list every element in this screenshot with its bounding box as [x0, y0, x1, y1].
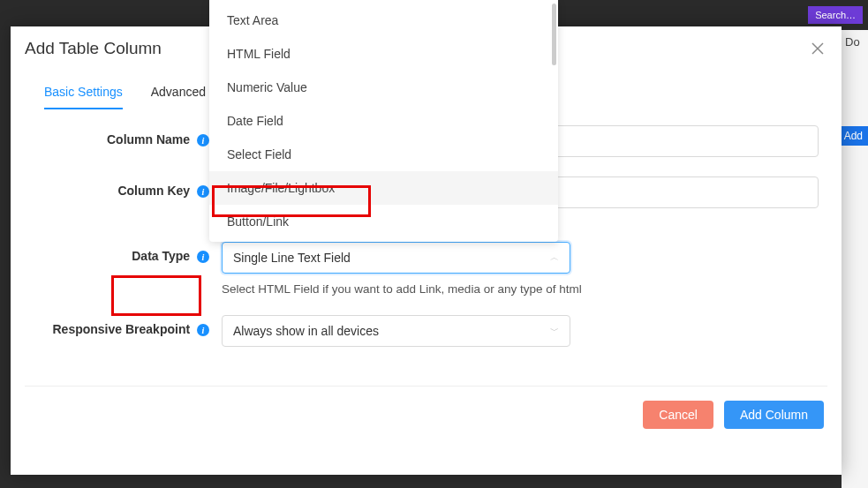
label-data-type: Data Type i — [11, 242, 209, 263]
dropdown-item-select-field[interactable]: Select Field — [209, 138, 558, 171]
row-responsive-breakpoint: Responsive Breakpoint i Always show in a… — [11, 315, 819, 347]
modal-title: Add Table Column — [25, 39, 162, 58]
cancel-button[interactable]: Cancel — [643, 401, 713, 429]
info-icon[interactable]: i — [197, 185, 209, 198]
label-column-key: Column Key i — [11, 176, 209, 198]
info-icon[interactable]: i — [197, 324, 209, 336]
background-docs-link[interactable]: Do — [842, 30, 868, 488]
data-type-helper: Select HTML Field if you want to add Lin… — [222, 282, 819, 296]
dropdown-item-image-file-lightbox[interactable]: Image/File/Lightbox — [209, 171, 558, 205]
row-data-type: Data Type i Single Line Text Field ︿ Sel… — [11, 242, 819, 296]
responsive-breakpoint-select[interactable]: Always show in all devices ﹀ — [222, 315, 570, 347]
background-add-button[interactable]: Add — [839, 126, 868, 146]
tab-basic-settings[interactable]: Basic Settings — [44, 85, 123, 109]
dropdown-item-html-field[interactable]: HTML Field — [209, 37, 558, 71]
dropdown-item-numeric-value[interactable]: Numeric Value — [209, 71, 558, 104]
responsive-selected-value: Always show in all devices — [233, 324, 379, 338]
info-icon[interactable]: i — [197, 134, 209, 146]
close-icon[interactable] — [811, 42, 824, 55]
data-type-selected-value: Single Line Text Field — [233, 251, 351, 265]
chevron-up-icon: ︿ — [550, 252, 559, 264]
topbar-search-button[interactable]: Search… — [808, 6, 863, 24]
dropdown-item-text-area[interactable]: Text Area — [209, 4, 558, 37]
info-icon[interactable]: i — [197, 251, 209, 263]
label-responsive-breakpoint: Responsive Breakpoint i — [11, 315, 209, 336]
label-column-name: Column Name i — [11, 125, 209, 146]
chevron-down-icon: ﹀ — [550, 325, 559, 337]
dropdown-item-button-link[interactable]: Button/Link — [209, 205, 558, 238]
data-type-select[interactable]: Single Line Text Field ︿ — [222, 242, 570, 274]
data-type-dropdown: Text Area HTML Field Numeric Value Date … — [209, 0, 558, 242]
dropdown-scrollbar[interactable] — [552, 4, 556, 65]
dropdown-item-date-field[interactable]: Date Field — [209, 104, 558, 138]
add-column-button[interactable]: Add Column — [724, 401, 824, 429]
